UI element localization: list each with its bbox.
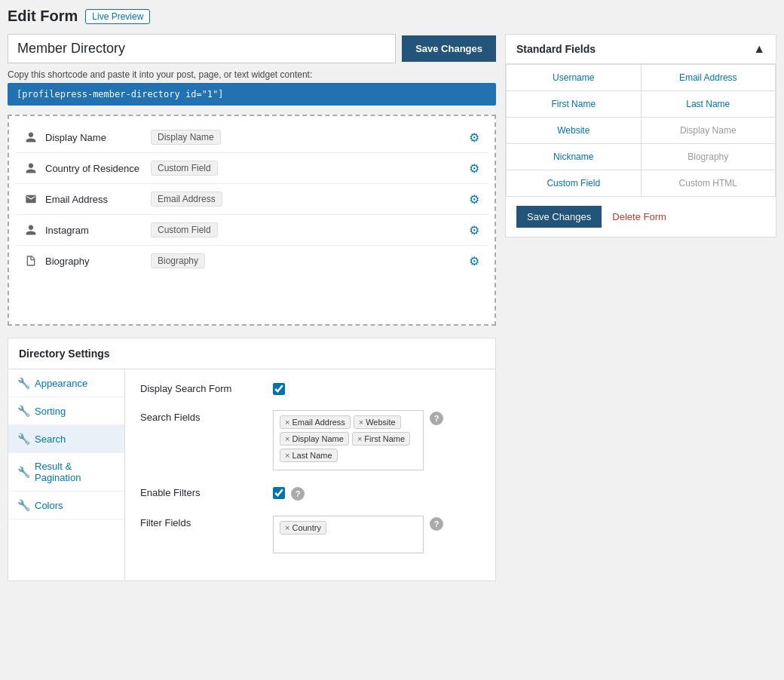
field-badge: Custom Field <box>151 222 218 237</box>
envelope-icon <box>24 192 38 206</box>
enable-filters-value: ? <box>273 485 480 501</box>
search-fields-tags: × Email Address × Website × Display Name <box>273 410 424 470</box>
tag-label: Website <box>366 418 396 427</box>
sidebar-item-result-pagination[interactable]: 🔧 Result & Pagination <box>8 453 124 492</box>
right-panel: Standard Fields ▲ Username Email Address… <box>505 34 776 247</box>
nav-label: Colors <box>35 500 63 511</box>
search-fields-row: Search Fields × Email Address × Website <box>140 410 480 470</box>
page-title: Edit Form <box>8 8 78 25</box>
field-btn-nickname[interactable]: Nickname <box>507 144 641 170</box>
field-row: Biography Biography ⚙ <box>15 246 488 276</box>
tag-country: × Country <box>280 521 326 535</box>
field-btn-email-address[interactable]: Email Address <box>642 65 776 90</box>
field-btn-custom-html[interactable]: Custom HTML <box>642 170 776 196</box>
form-name-row: Save Changes <box>8 34 496 63</box>
form-name-input[interactable] <box>8 34 396 63</box>
field-badge: Email Address <box>151 191 222 207</box>
filter-fields-help-icon[interactable]: ? <box>430 517 443 531</box>
save-changes-button-panel[interactable]: Save Changes <box>516 206 602 228</box>
display-search-form-label: Display Search Form <box>140 381 261 394</box>
field-btn-biography[interactable]: Biography <box>642 144 776 170</box>
tag-email-address: × Email Address <box>280 415 351 429</box>
field-row: Country of Residence Custom Field ⚙ <box>15 153 488 184</box>
directory-settings-title: Directory Settings <box>8 338 495 369</box>
panel-footer: Save Changes Delete Form <box>506 197 776 237</box>
field-btn-last-name[interactable]: Last Name <box>642 91 776 117</box>
field-settings-icon[interactable]: ⚙ <box>469 161 479 176</box>
enable-filters-row: Enable Filters ? <box>140 485 480 501</box>
field-label: Biography <box>45 256 143 267</box>
wrench-icon: 🔧 <box>17 377 30 389</box>
tag-label: Email Address <box>292 418 345 427</box>
tag-display-name: × Display Name <box>280 432 349 446</box>
tag-website: × Website <box>354 415 401 429</box>
enable-filters-help-icon[interactable]: ? <box>291 487 305 501</box>
field-settings-icon[interactable]: ⚙ <box>469 130 479 145</box>
tag-last-name: × Last Name <box>280 449 338 462</box>
filter-fields-label: Filter Fields <box>140 516 261 528</box>
field-btn-custom-field[interactable]: Custom Field <box>507 170 641 196</box>
search-fields-label: Search Fields <box>140 410 261 423</box>
search-fields-value: × Email Address × Website × Display Name <box>273 410 480 470</box>
field-btn-first-name[interactable]: First Name <box>507 91 641 117</box>
tag-remove-icon[interactable]: × <box>285 451 289 460</box>
nav-label: Result & Pagination <box>35 461 115 483</box>
enable-filters-checkbox[interactable] <box>273 487 285 499</box>
fields-grid: Username Email Address First Name Last N… <box>506 64 776 197</box>
field-badge: Display Name <box>151 130 221 145</box>
main-layout: Save Changes Copy this shortcode and pas… <box>8 34 776 581</box>
directory-settings-nav: 🔧 Appearance 🔧 Sorting 🔧 Search 🔧 Result… <box>8 369 125 580</box>
field-settings-icon[interactable]: ⚙ <box>469 192 479 207</box>
collapse-icon[interactable]: ▲ <box>753 42 765 56</box>
tag-remove-icon[interactable]: × <box>285 418 289 427</box>
nav-label: Sorting <box>35 406 66 417</box>
tag-label: Country <box>292 523 321 532</box>
directory-settings-content: Display Search Form Search Fields × <box>125 369 495 580</box>
wrench-icon: 🔧 <box>17 466 30 478</box>
display-search-form-row: Display Search Form <box>140 381 480 395</box>
field-btn-username[interactable]: Username <box>507 65 641 90</box>
form-fields-container: Display Name Display Name ⚙ Country of R… <box>8 115 496 326</box>
directory-settings: Directory Settings 🔧 Appearance 🔧 Sortin… <box>8 338 496 581</box>
nav-label: Search <box>35 433 66 445</box>
field-label: Country of Residence <box>45 163 143 174</box>
live-preview-button[interactable]: Live Preview <box>85 9 150 24</box>
field-label: Display Name <box>45 132 143 143</box>
sidebar-item-search[interactable]: 🔧 Search <box>8 425 124 453</box>
field-label: Instagram <box>45 225 143 236</box>
field-settings-icon[interactable]: ⚙ <box>469 223 479 237</box>
display-search-form-checkbox[interactable] <box>273 383 285 395</box>
directory-settings-body: 🔧 Appearance 🔧 Sorting 🔧 Search 🔧 Result… <box>8 369 495 580</box>
enable-filters-label: Enable Filters <box>140 485 261 498</box>
field-settings-icon[interactable]: ⚙ <box>469 254 479 268</box>
user-icon <box>24 130 38 144</box>
display-search-form-value <box>273 381 480 395</box>
filter-fields-value: × Country ? <box>273 516 480 553</box>
wrench-icon: 🔧 <box>17 433 30 445</box>
sidebar-item-appearance[interactable]: 🔧 Appearance <box>8 369 124 397</box>
left-panel: Save Changes Copy this shortcode and pas… <box>8 34 496 581</box>
search-fields-help-icon[interactable]: ? <box>430 412 443 425</box>
tag-label: Display Name <box>292 434 343 443</box>
wrench-icon: 🔧 <box>17 405 30 417</box>
tag-remove-icon[interactable]: × <box>357 434 362 443</box>
field-row: Email Address Email Address ⚙ <box>15 184 488 215</box>
save-changes-button-top[interactable]: Save Changes <box>402 35 496 62</box>
field-btn-website[interactable]: Website <box>507 118 641 143</box>
sidebar-item-colors[interactable]: 🔧 Colors <box>8 492 124 519</box>
sidebar-item-sorting[interactable]: 🔧 Sorting <box>8 397 124 425</box>
tag-remove-icon[interactable]: × <box>359 418 363 427</box>
tag-remove-icon[interactable]: × <box>285 434 289 443</box>
tag-first-name: × First Name <box>352 432 410 446</box>
filter-fields-row: Filter Fields × Country ? <box>140 516 480 553</box>
file-icon <box>24 254 38 268</box>
user-icon <box>24 223 38 237</box>
field-btn-display-name[interactable]: Display Name <box>642 118 776 143</box>
tag-remove-icon[interactable]: × <box>285 523 289 532</box>
standard-fields-title: Standard Fields <box>516 43 596 55</box>
page-header: Edit Form Live Preview <box>8 8 776 25</box>
delete-form-link[interactable]: Delete Form <box>612 211 666 222</box>
standard-fields-panel: Standard Fields ▲ Username Email Address… <box>505 34 776 237</box>
standard-fields-header: Standard Fields ▲ <box>506 35 776 64</box>
field-badge: Biography <box>151 253 205 268</box>
